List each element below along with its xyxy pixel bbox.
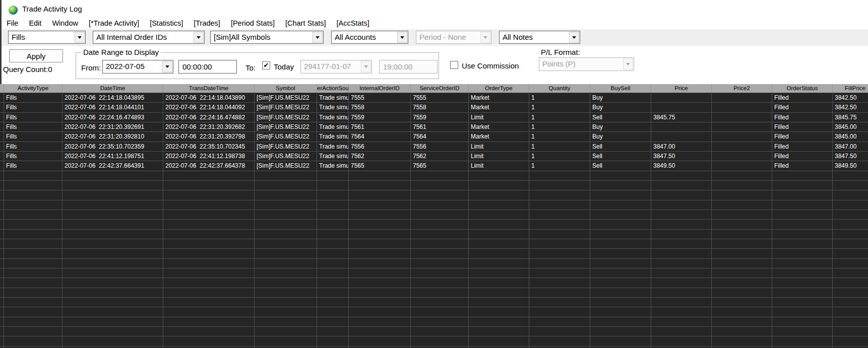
table-row[interactable]: Fills2022-07-06 22:42:37.6643912022-07-0… bbox=[0, 161, 868, 171]
column-header-price[interactable]: Price bbox=[651, 84, 712, 93]
empty-table-row bbox=[0, 268, 868, 278]
table-cell: 3847.50 bbox=[651, 152, 712, 161]
table-cell: Limit bbox=[469, 113, 529, 122]
table-cell bbox=[590, 200, 651, 210]
table-cell bbox=[529, 317, 590, 327]
table-cell bbox=[349, 288, 411, 298]
column-header-buysell[interactable]: BuySell bbox=[590, 84, 651, 93]
activity-type-select[interactable]: Fills bbox=[8, 31, 86, 44]
table-cell bbox=[833, 220, 868, 229]
empty-table-row bbox=[0, 307, 868, 317]
chevron-down-icon bbox=[361, 61, 371, 73]
table-cell bbox=[712, 142, 772, 152]
table-cell bbox=[63, 268, 163, 278]
menu-item-window[interactable]: Window bbox=[52, 19, 78, 27]
table-cell bbox=[255, 200, 317, 210]
table-cell bbox=[255, 336, 317, 346]
empty-table-row bbox=[0, 288, 868, 298]
from-time-input[interactable]: 00:00:00 bbox=[178, 60, 237, 74]
table-cell: 2022-07-06 22:35:10.702359 bbox=[63, 142, 163, 152]
table-cell bbox=[317, 239, 349, 249]
row-gutter-cell bbox=[0, 249, 4, 258]
column-header-serviceorderid[interactable]: ServiceOrderID bbox=[411, 84, 469, 93]
column-header-fillprice[interactable]: FillPrice bbox=[833, 84, 868, 93]
table-cell bbox=[411, 190, 469, 200]
table-cell bbox=[651, 210, 712, 220]
table-cell bbox=[317, 288, 349, 298]
column-header-orderstatus[interactable]: OrderStatus bbox=[772, 84, 833, 93]
table-cell bbox=[772, 278, 833, 288]
table-cell bbox=[833, 307, 868, 317]
menu-item-edit[interactable]: Edit bbox=[29, 19, 41, 27]
table-row[interactable]: Fills2022-07-06 22:24:16.4748932022-07-0… bbox=[0, 113, 868, 122]
column-header-internalorderid[interactable]: InternalOrderID bbox=[349, 84, 411, 93]
table-cell bbox=[411, 210, 469, 220]
table-cell bbox=[317, 210, 349, 220]
use-commission-checkbox[interactable] bbox=[450, 61, 458, 69]
table-cell bbox=[163, 346, 255, 348]
symbols-select[interactable]: [Sim]All Symbols bbox=[210, 31, 324, 44]
table-cell bbox=[349, 230, 411, 239]
column-header-ordertype[interactable]: OrderType bbox=[469, 84, 529, 93]
table-cell bbox=[255, 190, 317, 200]
table-cell bbox=[833, 278, 868, 288]
table-cell bbox=[317, 317, 349, 327]
table-cell bbox=[651, 220, 712, 229]
table-cell bbox=[469, 346, 529, 348]
today-checkbox[interactable]: ✔ bbox=[262, 61, 270, 69]
table-cell bbox=[349, 346, 411, 348]
column-header-datetime[interactable]: DateTime bbox=[63, 84, 163, 93]
table-row[interactable]: Fills2022-07-06 22:41:12.1987512022-07-0… bbox=[0, 152, 868, 161]
column-header-transdatetime[interactable]: TransDateTime bbox=[163, 84, 255, 93]
query-count-label: Query Count:0 bbox=[3, 65, 52, 74]
column-header-activitytype[interactable]: ActivityType bbox=[4, 84, 63, 93]
empty-table-row bbox=[0, 327, 868, 336]
table-row[interactable]: Fills2022-07-06 22:14:18.0441012022-07-0… bbox=[0, 103, 868, 112]
table-cell bbox=[349, 336, 411, 346]
column-header-eractionsou[interactable]: erActionSou bbox=[317, 84, 349, 93]
menu-item-period-stats[interactable]: [Period Stats] bbox=[231, 19, 275, 27]
menu-item-statistics[interactable]: [Statistics] bbox=[150, 19, 183, 27]
table-cell: 3845.00 bbox=[833, 122, 868, 132]
menu-item-trade-activity[interactable]: [*Trade Activity] bbox=[89, 19, 139, 27]
table-cell: 2022-07-06 22:41:12.198738 bbox=[163, 152, 255, 161]
menu-item-file[interactable]: File bbox=[7, 19, 18, 27]
table-cell: 3845.00 bbox=[833, 132, 868, 142]
table-cell bbox=[63, 200, 163, 210]
table-row[interactable]: Fills2022-07-06 22:31:20.3926912022-07-0… bbox=[0, 122, 868, 132]
menu-item-chart-stats[interactable]: [Chart Stats] bbox=[285, 19, 326, 27]
table-cell bbox=[712, 181, 772, 190]
table-cell bbox=[712, 298, 772, 307]
table-cell bbox=[469, 278, 529, 288]
internal-order-ids-select[interactable]: All Internal Order IDs bbox=[93, 31, 205, 44]
chevron-down-icon bbox=[75, 32, 85, 43]
table-cell bbox=[772, 171, 833, 181]
column-header-symbol[interactable]: Symbol bbox=[255, 84, 317, 93]
menu-bar: File Edit Window [*Trade Activity] [Stat… bbox=[2, 17, 868, 29]
row-gutter-cell bbox=[0, 132, 4, 142]
table-cell: [Sim]F.US.MESU22 bbox=[255, 93, 317, 103]
table-cell bbox=[4, 336, 63, 346]
menu-item-trades[interactable]: [Trades] bbox=[194, 19, 220, 27]
from-date-select[interactable]: 2022-07-05 bbox=[102, 60, 173, 74]
apply-button[interactable]: Apply bbox=[9, 49, 63, 62]
table-row[interactable]: Fills2022-07-06 22:31:20.3928102022-07-0… bbox=[0, 132, 868, 142]
column-header-price2[interactable]: Price2 bbox=[712, 84, 772, 93]
table-cell: 7565 bbox=[411, 161, 469, 171]
table-cell bbox=[63, 307, 163, 317]
table-row[interactable]: Fills2022-07-06 22:35:10.7023592022-07-0… bbox=[0, 142, 868, 152]
table-cell bbox=[411, 298, 469, 307]
accounts-select[interactable]: All Accounts bbox=[331, 31, 408, 44]
table-cell: 2022-07-06 22:31:20.392810 bbox=[63, 132, 163, 142]
column-header-quantity[interactable]: Quantity bbox=[529, 84, 590, 93]
table-cell: Filled bbox=[772, 132, 833, 142]
table-row[interactable]: Fills2022-07-06 22:14:18.0438952022-07-0… bbox=[0, 93, 868, 103]
table-cell bbox=[651, 230, 712, 239]
row-gutter-cell bbox=[0, 103, 4, 112]
table-cell bbox=[529, 346, 590, 348]
table-cell: [Sim]F.US.MESU22 bbox=[255, 132, 317, 142]
menu-item-accstats[interactable]: [AccStats] bbox=[337, 19, 369, 27]
table-cell bbox=[469, 171, 529, 181]
notes-select[interactable]: All Notes bbox=[499, 31, 580, 44]
table-cell bbox=[469, 181, 529, 190]
